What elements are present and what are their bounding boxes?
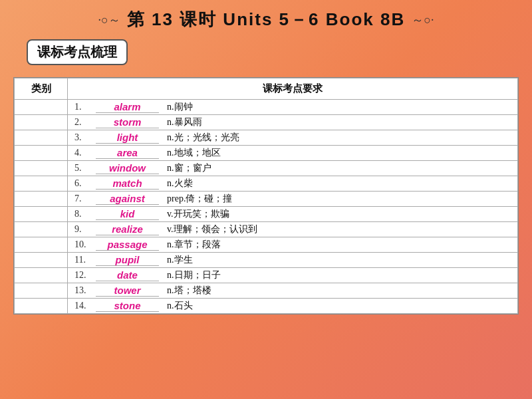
col-content-header: 课标考点要求 [68, 78, 518, 100]
word-meaning: n.暴风雨 [167, 116, 202, 128]
row-number: 2. [74, 117, 96, 128]
content-cell: 2.stormn.暴风雨 [68, 115, 518, 130]
row-number: 1. [74, 102, 96, 112]
content-cell: 5.windown.窗；窗户 [68, 161, 518, 176]
col-category-header: 类别 [15, 78, 68, 100]
content-cell: 4.arean.地域；地区 [68, 146, 518, 161]
category-cell [15, 268, 68, 283]
content-cell: 7.againstprep.倚；碰；撞 [68, 192, 518, 207]
table-row: 7.againstprep.倚；碰；撞 [15, 192, 518, 207]
row-number: 11. [74, 255, 96, 265]
category-cell [15, 161, 68, 176]
content-cell: 14.stonen.石头 [68, 299, 518, 314]
vocabulary-word: pupil [96, 254, 159, 266]
vocabulary-word: storm [96, 116, 159, 128]
table-row: 11.pupiln.学生 [15, 253, 518, 268]
content-cell: 8.kidv.开玩笑；欺骗 [68, 207, 518, 222]
table-header-row: 类别 课标考点要求 [15, 78, 518, 100]
category-cell [15, 115, 68, 130]
row-number: 8. [74, 209, 96, 219]
section-label: 课标考点梳理 [27, 39, 128, 65]
word-meaning: v.理解；领会；认识到 [167, 223, 257, 235]
vocabulary-word: against [96, 193, 159, 205]
page-header: ·○～ 第 13 课时 Units 5－6 Book 8B ～○· [0, 0, 532, 39]
table-row: 2.stormn.暴风雨 [15, 115, 518, 130]
word-meaning: prep.倚；碰；撞 [167, 193, 232, 205]
table-row: 5.windown.窗；窗户 [15, 161, 518, 176]
vocabulary-word: passage [96, 239, 159, 251]
row-number: 10. [74, 239, 96, 250]
word-meaning: n.闹钟 [167, 101, 193, 113]
category-cell [15, 237, 68, 253]
table-row: 4.arean.地域；地区 [15, 146, 518, 161]
content-cell: 10.passagen.章节；段落 [68, 237, 518, 253]
row-number: 12. [74, 270, 96, 281]
word-meaning: n.窗；窗户 [167, 162, 211, 174]
vocabulary-word: kid [96, 208, 159, 220]
vocabulary-word: date [96, 269, 159, 281]
table-row: 10.passagen.章节；段落 [15, 237, 518, 253]
category-cell [15, 299, 68, 314]
header-title: 第 13 课时 Units 5－6 Book 8B [127, 8, 405, 31]
table-row: 8.kidv.开玩笑；欺骗 [15, 207, 518, 222]
row-number: 4. [74, 148, 96, 158]
category-cell [15, 146, 68, 161]
vocabulary-word: match [96, 178, 159, 190]
deco-right: ～○· [412, 12, 434, 28]
word-meaning: n.学生 [167, 254, 193, 266]
category-cell [15, 222, 68, 237]
row-number: 6. [74, 178, 96, 189]
category-cell [15, 207, 68, 222]
vocabulary-word: light [96, 132, 159, 144]
vocabulary-word: realize [96, 223, 159, 235]
table-row: 6.matchn.火柴 [15, 176, 518, 192]
vocabulary-word: window [96, 162, 159, 174]
table-row: 12.daten.日期；日子 [15, 268, 518, 283]
word-meaning: n.日期；日子 [167, 269, 221, 281]
vocabulary-word: area [96, 147, 159, 159]
content-cell: 13.towern.塔；塔楼 [68, 283, 518, 299]
table-row: 3.lightn.光；光线；光亮 [15, 130, 518, 146]
word-meaning: n.塔；塔楼 [167, 285, 211, 297]
vocab-table: 类别 课标考点要求 1.alarmn.闹钟2.stormn.暴风雨3.light… [13, 77, 519, 315]
word-meaning: n.石头 [167, 300, 193, 312]
content-cell: 3.lightn.光；光线；光亮 [68, 130, 518, 146]
row-number: 13. [74, 285, 96, 296]
vocabulary-word: stone [96, 300, 159, 312]
content-cell: 12.daten.日期；日子 [68, 268, 518, 283]
content-cell: 9.realizev.理解；领会；认识到 [68, 222, 518, 237]
table-row: 9.realizev.理解；领会；认识到 [15, 222, 518, 237]
row-number: 14. [74, 301, 96, 311]
word-meaning: n.火柴 [167, 178, 193, 190]
category-cell [15, 176, 68, 192]
table-row: 14.stonen.石头 [15, 299, 518, 314]
vocabulary-word: tower [96, 285, 159, 297]
category-cell [15, 192, 68, 207]
row-number: 5. [74, 163, 96, 174]
row-number: 3. [74, 132, 96, 143]
vocabulary-word: alarm [96, 101, 159, 113]
category-cell [15, 130, 68, 146]
word-meaning: v.开玩笑；欺骗 [167, 208, 229, 220]
row-number: 7. [74, 194, 96, 204]
deco-left: ·○～ [98, 12, 120, 28]
word-meaning: n.章节；段落 [167, 239, 221, 251]
content-cell: 11.pupiln.学生 [68, 253, 518, 268]
table-row: 13.towern.塔；塔楼 [15, 283, 518, 299]
category-cell [15, 283, 68, 299]
content-cell: 6.matchn.火柴 [68, 176, 518, 192]
table-row: 1.alarmn.闹钟 [15, 100, 518, 115]
content-cell: 1.alarmn.闹钟 [68, 100, 518, 115]
word-meaning: n.光；光线；光亮 [167, 132, 239, 144]
category-cell [15, 253, 68, 268]
row-number: 9. [74, 224, 96, 235]
category-cell [15, 100, 68, 115]
word-meaning: n.地域；地区 [167, 147, 221, 159]
